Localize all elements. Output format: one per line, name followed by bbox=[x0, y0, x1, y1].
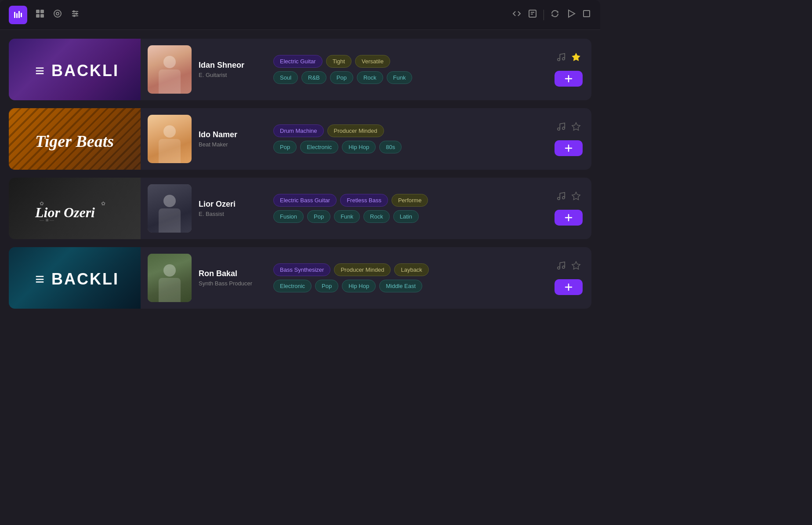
svg-point-15 bbox=[73, 15, 76, 17]
tag: Electric Guitar bbox=[273, 55, 323, 68]
card-actions-ido-namer bbox=[546, 122, 591, 156]
code-icon[interactable] bbox=[512, 9, 522, 21]
svg-text:≡ BACKLINE: ≡ BACKLINE bbox=[35, 270, 119, 288]
svg-point-27 bbox=[558, 128, 560, 131]
card-info-ron-bakal: Ron Bakal Synth Bass Producer bbox=[199, 269, 260, 287]
tag: 80s bbox=[379, 141, 402, 153]
card-photo-ido-namer bbox=[148, 115, 192, 163]
card-actions-ron-bakal bbox=[546, 261, 591, 295]
tag: Pop bbox=[315, 280, 338, 292]
tag: Fusion bbox=[273, 210, 304, 223]
tag: Pop bbox=[330, 71, 353, 84]
svg-point-8 bbox=[54, 10, 61, 17]
nav-icon-circle[interactable] bbox=[53, 9, 62, 21]
svg-text:≡ BACKLINE: ≡ BACKLINE bbox=[35, 62, 119, 80]
tag: Electric Bass Guitar bbox=[273, 194, 337, 207]
card-actions-idan-shneor bbox=[546, 52, 591, 87]
svg-marker-19 bbox=[569, 10, 575, 17]
card-role: Beat Maker bbox=[199, 141, 260, 148]
card-info-ido-namer: Ido Namer Beat Maker bbox=[199, 130, 260, 148]
nav-icon-grid[interactable] bbox=[35, 9, 45, 21]
tags-row-1: Bass SynthesizerProducer MindedLayback bbox=[273, 263, 541, 276]
star-icon[interactable] bbox=[571, 122, 581, 134]
app-logo[interactable] bbox=[9, 6, 27, 24]
card-actions-lior-ozeri bbox=[546, 191, 591, 226]
card-ron-bakal: ≡ BACKLINE Ron Bakal Synth Bass Producer… bbox=[9, 247, 591, 309]
tags-row-1: Electric GuitarTightVersatile bbox=[273, 55, 541, 68]
star-icon[interactable] bbox=[571, 261, 581, 273]
add-button[interactable] bbox=[555, 140, 583, 156]
svg-point-13 bbox=[73, 10, 75, 12]
star-icon[interactable] bbox=[571, 52, 581, 65]
tags-row-2: FusionPopFunkRockLatin bbox=[273, 210, 541, 223]
nav-icon-sliders[interactable] bbox=[70, 9, 80, 21]
topbar-left bbox=[9, 6, 80, 24]
card-tags-ron-bakal: Bass SynthesizerProducer MindedLayback E… bbox=[269, 263, 546, 292]
music-note-icon[interactable] bbox=[556, 191, 566, 204]
content-area: ≡ BACKLINE Idan Shneor E. Guitarist Elec… bbox=[0, 30, 600, 382]
card-photo-ron-bakal bbox=[148, 254, 192, 302]
tags-row-1: Drum MachineProducer Minded bbox=[273, 124, 541, 137]
card-banner-ido-namer: Tiger Beats bbox=[9, 108, 141, 170]
tag: Rock bbox=[363, 210, 390, 223]
tag: Middle East bbox=[379, 280, 422, 292]
tag: Hip Hop bbox=[342, 141, 376, 153]
music-note-icon[interactable] bbox=[556, 52, 566, 65]
refresh-icon[interactable] bbox=[550, 9, 560, 21]
tags-row-1: Electric Bass GuitarFretless BassPerform… bbox=[273, 194, 541, 207]
svg-point-40 bbox=[558, 267, 560, 270]
stop-icon[interactable] bbox=[582, 9, 591, 21]
topbar-right bbox=[512, 9, 591, 21]
music-note-icon[interactable] bbox=[556, 261, 566, 273]
svg-point-28 bbox=[562, 127, 565, 130]
action-top-row bbox=[556, 261, 581, 273]
tag: Electronic bbox=[300, 141, 338, 153]
svg-rect-7 bbox=[40, 14, 44, 18]
add-button[interactable] bbox=[555, 279, 583, 295]
tags-row-2: SoulR&BPopRockFunk bbox=[273, 71, 541, 84]
tag: Hip Hop bbox=[342, 280, 376, 292]
svg-text:✿: ✿ bbox=[101, 201, 105, 207]
card-name: Ron Bakal bbox=[199, 269, 260, 278]
svg-text:Tiger Beats: Tiger Beats bbox=[35, 132, 114, 150]
card-photo-lior-ozeri bbox=[148, 184, 192, 233]
svg-rect-0 bbox=[14, 12, 15, 18]
play-icon[interactable] bbox=[566, 9, 576, 21]
music-note-icon[interactable] bbox=[556, 122, 566, 134]
star-icon[interactable] bbox=[571, 191, 581, 204]
action-top-row bbox=[556, 122, 581, 134]
svg-rect-1 bbox=[16, 13, 18, 18]
topbar bbox=[0, 0, 600, 30]
tags-row-2: ElectronicPopHip HopMiddle East bbox=[273, 280, 541, 292]
card-banner-lior-ozeri: ✿ ✿ Lior Ozeri — ❀ — bbox=[9, 178, 141, 239]
tag: Producer Minded bbox=[327, 124, 384, 137]
card-role: E. Bassist bbox=[199, 211, 260, 217]
svg-rect-3 bbox=[21, 13, 22, 17]
add-button[interactable] bbox=[555, 210, 583, 226]
tag: Pop bbox=[273, 141, 297, 153]
add-button[interactable] bbox=[555, 71, 583, 87]
svg-rect-4 bbox=[36, 10, 40, 13]
card-tags-lior-ozeri: Electric Bass GuitarFretless BassPerform… bbox=[269, 194, 546, 223]
svg-rect-2 bbox=[18, 11, 20, 18]
svg-rect-20 bbox=[584, 11, 590, 17]
action-top-row bbox=[556, 191, 581, 204]
card-tags-idan-shneor: Electric GuitarTightVersatile SoulR&BPop… bbox=[269, 55, 546, 84]
tag: Versatile bbox=[355, 55, 390, 68]
card-photo-idan-shneor bbox=[148, 45, 192, 94]
topbar-divider bbox=[544, 10, 544, 20]
tag: Pop bbox=[307, 210, 330, 223]
card-role: Synth Bass Producer bbox=[199, 280, 260, 287]
tags-row-2: PopElectronicHip Hop80s bbox=[273, 141, 541, 153]
tag: Tight bbox=[326, 55, 352, 68]
card-lior-ozeri: ✿ ✿ Lior Ozeri — ❀ — Lior Ozeri E. Bassi… bbox=[9, 178, 591, 239]
tag: Fretless Bass bbox=[340, 194, 388, 207]
tag: Funk bbox=[334, 210, 360, 223]
card-idan-shneor: ≡ BACKLINE Idan Shneor E. Guitarist Elec… bbox=[9, 39, 591, 100]
card-info-lior-ozeri: Lior Ozeri E. Bassist bbox=[199, 200, 260, 217]
svg-text:— ❀ —: — ❀ — bbox=[39, 218, 54, 222]
tag: Performe bbox=[392, 194, 428, 207]
svg-point-23 bbox=[562, 58, 565, 60]
svg-point-36 bbox=[562, 197, 565, 199]
edit-icon[interactable] bbox=[528, 9, 537, 21]
